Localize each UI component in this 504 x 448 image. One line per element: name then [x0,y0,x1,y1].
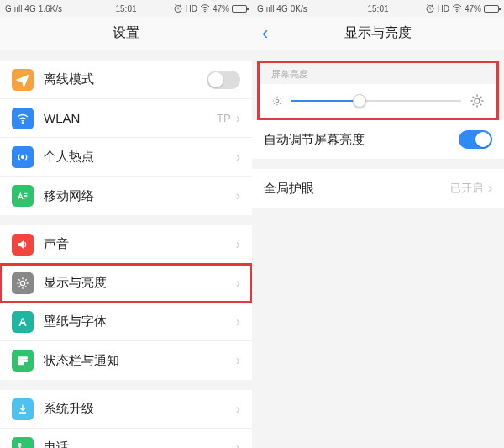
settings-row-hotspot[interactable]: 个人热点› [0,138,252,177]
display-brightness-panel: G ııll 4G 0K/s 15:01 HD 47% ‹ 显示与亮度 屏幕亮度 [252,0,504,448]
settings-group-3: 系统升级›电话›帐户与同步› [0,390,252,448]
back-button[interactable]: ‹ [262,23,268,45]
battery-pct: 47% [465,4,481,13]
chevron-right-icon: › [236,353,240,368]
svg-point-10 [276,99,279,103]
battery-pct: 47% [213,4,229,13]
clock: 15:01 [367,4,388,13]
row-value: TP [217,112,231,124]
eyecare-label: 全局护眼 [264,181,450,197]
row-label: 显示与亮度 [44,275,236,291]
settings-row-notif[interactable]: 状态栏与通知› [0,341,252,380]
svg-rect-7 [18,363,24,365]
page-title: 设置 [113,24,139,42]
airplane-icon [12,69,34,91]
svg-point-2 [22,122,23,123]
settings-group-2: 声音›显示与亮度›壁纸与字体›状态栏与通知› [0,225,252,380]
data-rate: 1.6K/s [39,4,62,13]
sun-small-icon [271,95,283,107]
mobile-icon [12,185,34,207]
brightness-slider[interactable] [291,100,461,102]
row-label: WLAN [44,111,217,125]
row-label: 离线模式 [44,71,207,87]
row-label: 个人热点 [44,149,236,165]
status-bar: G ııll 4G 1.6K/s 15:01 HD 47% [0,0,252,17]
brightness-box-highlight: 屏幕亮度 [257,61,499,120]
settings-row-brightness[interactable]: 显示与亮度› [0,264,252,303]
row-label: 系统升级 [44,401,236,417]
row-label: 电话 [44,440,236,448]
row-label: 声音 [44,236,236,252]
wifi-icon [200,3,210,13]
brightness-section-title: 屏幕亮度 [260,63,496,84]
svg-point-9 [456,11,457,12]
chevron-right-icon: › [236,440,240,449]
chevron-right-icon: › [236,111,240,126]
eyecare-value: 已开启 [450,181,483,196]
row-label: 移动网络 [44,188,236,204]
battery-icon [484,5,499,13]
svg-point-11 [475,98,480,103]
svg-rect-6 [18,360,28,361]
settings-row-wifi[interactable]: WLANTP› [0,99,252,138]
eyecare-row[interactable]: 全局护眼 已开启 › [252,169,504,208]
update-icon [12,398,34,420]
settings-row-font[interactable]: 壁纸与字体› [0,303,252,341]
data-rate: 0K/s [291,4,307,13]
chevron-right-icon: › [236,402,240,417]
svg-point-1 [204,11,205,12]
row-label: 壁纸与字体 [44,314,236,329]
settings-row-mobile[interactable]: 移动网络› [0,177,252,215]
brightness-slider-row [260,84,496,118]
header: 设置 [0,17,252,50]
auto-brightness-label: 自动调节屏幕亮度 [264,132,459,148]
phone-icon [12,437,34,449]
page-title: 显示与亮度 [344,24,412,42]
alarm-icon [173,3,183,13]
settings-panel: G ııll 4G 1.6K/s 15:01 HD 47% 设置 离线模式WLA… [0,0,252,448]
signal-text: G ııll 4G [257,4,288,13]
auto-brightness-toggle[interactable] [459,130,492,149]
sun-large-icon [470,93,485,108]
signal-text: G ııll 4G [5,4,36,13]
auto-brightness-row[interactable]: 自动调节屏幕亮度 [252,120,504,159]
chevron-right-icon: › [236,237,240,252]
settings-group-1: 离线模式WLANTP›个人热点›移动网络› [0,61,252,215]
sound-icon [12,234,34,256]
svg-rect-5 [18,357,28,359]
settings-row-sound[interactable]: 声音› [0,225,252,264]
hd-label: HD [186,4,197,13]
wifi-icon [452,3,462,13]
chevron-right-icon: › [236,150,240,165]
notif-icon [12,350,34,372]
hotspot-icon [12,146,34,168]
settings-row-update[interactable]: 系统升级› [0,390,252,429]
settings-row-airplane[interactable]: 离线模式 [0,61,252,99]
svg-point-3 [22,155,24,158]
alarm-icon [425,3,435,13]
chevron-right-icon: › [236,188,240,203]
svg-point-4 [20,281,24,285]
row-label: 状态栏与通知 [44,353,236,369]
font-icon [12,311,34,333]
brightness-icon [12,272,34,294]
settings-row-phone[interactable]: 电话› [0,429,252,448]
clock: 15:01 [115,4,136,13]
chevron-right-icon: › [488,181,492,196]
chevron-right-icon: › [236,314,240,329]
toggle[interactable] [207,71,240,89]
wifi-icon [12,108,34,129]
header: ‹ 显示与亮度 [252,17,504,50]
hd-label: HD [438,4,449,13]
status-bar: G ııll 4G 0K/s 15:01 HD 47% [252,0,504,17]
battery-icon [232,5,247,13]
chevron-right-icon: › [236,276,240,291]
